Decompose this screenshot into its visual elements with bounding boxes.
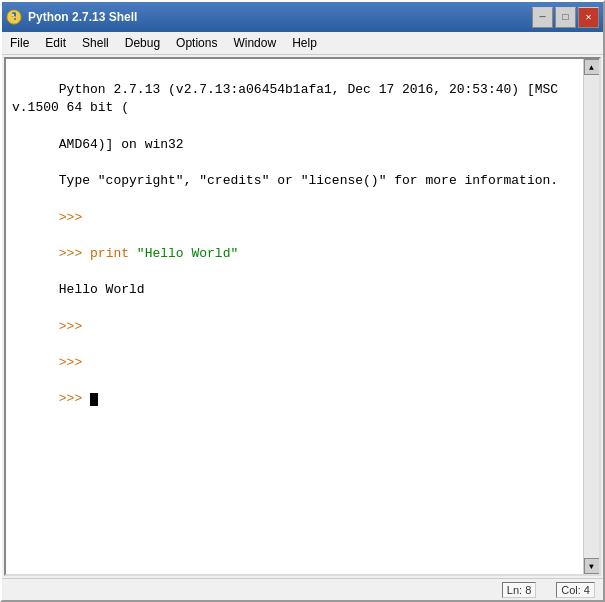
title-bar-left: Python 2.7.13 Shell (6, 9, 137, 25)
menu-shell[interactable]: Shell (74, 34, 117, 52)
prompt-2: >>> print "Hello World" (59, 246, 238, 261)
line-status: Ln: 8 (502, 582, 536, 598)
title-buttons: ─ □ ✕ (532, 7, 599, 28)
menu-file[interactable]: File (2, 34, 37, 52)
scroll-up-button[interactable]: ▲ (584, 59, 600, 75)
status-bar: Ln: 8 Col: 4 (2, 578, 603, 600)
info-line-1: Python 2.7.13 (v2.7.13:a06454b1afa1, Dec… (12, 82, 566, 115)
shell-content[interactable]: Python 2.7.13 (v2.7.13:a06454b1afa1, Dec… (6, 59, 583, 574)
text-cursor (90, 393, 98, 406)
menu-bar: File Edit Shell Debug Options Window Hel… (2, 32, 603, 55)
vertical-scrollbar[interactable]: ▲ ▼ (583, 59, 599, 574)
output-hello-world: Hello World (59, 282, 145, 297)
svg-point-2 (14, 18, 16, 20)
info-line-2: AMD64)] on win32 (59, 137, 184, 152)
python-icon (6, 9, 22, 25)
svg-point-1 (12, 14, 14, 16)
menu-window[interactable]: Window (225, 34, 284, 52)
info-line-3: Type "copyright", "credits" or "license(… (59, 173, 558, 188)
close-button[interactable]: ✕ (578, 7, 599, 28)
shell-area: Python 2.7.13 (v2.7.13:a06454b1afa1, Dec… (4, 57, 601, 576)
title-bar: Python 2.7.13 Shell ─ □ ✕ (2, 2, 603, 32)
prompt-4: >>> (59, 355, 90, 370)
menu-debug[interactable]: Debug (117, 34, 168, 52)
prompt-5-with-cursor: >>> (59, 391, 98, 406)
python-shell-window: Python 2.7.13 Shell ─ □ ✕ File Edit Shel… (0, 0, 605, 602)
window-title: Python 2.7.13 Shell (28, 10, 137, 24)
prompt-3: >>> (59, 319, 90, 334)
menu-help[interactable]: Help (284, 34, 325, 52)
minimize-button[interactable]: ─ (532, 7, 553, 28)
menu-options[interactable]: Options (168, 34, 225, 52)
scroll-down-button[interactable]: ▼ (584, 558, 600, 574)
col-status: Col: 4 (556, 582, 595, 598)
scrollbar-track[interactable] (584, 75, 599, 558)
menu-edit[interactable]: Edit (37, 34, 74, 52)
maximize-button[interactable]: □ (555, 7, 576, 28)
prompt-1: >>> (59, 210, 90, 225)
